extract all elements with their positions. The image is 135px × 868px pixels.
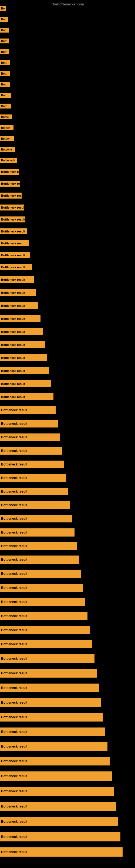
bar-label: Bottleneck result [0,447,62,455]
bar-row: Bottleneck result [0,556,79,564]
bar-row: Bottleneck result [0,501,70,509]
bar-row: Bottleneck result [0,528,75,536]
bar-row: Bottleneck result [0,205,24,211]
bar-label: Bottleneck result [0,713,103,721]
bar-row: Bottleneck result [0,598,85,606]
bar-row: Bott [0,50,9,54]
bar-label: Bottleneck result [0,420,58,428]
bar-row: Bottleneck result [0,367,49,374]
bar-row: Bottleneck result [0,328,43,335]
bar-label: Bottlene [0,147,15,152]
bar-row: Bottleneck result [0,406,56,414]
bar-label: Bottleneck result [0,542,77,550]
bar-label: Bottleneck result [0,684,99,692]
bar-row: Bott [0,60,10,65]
bar-label: Bottleneck result [0,433,60,441]
bar-label: Bottleneck result [0,328,43,335]
bar-row: Bottleneck result [0,276,34,283]
bar-row: Bottleneck result [0,193,21,198]
bar-row: Bott [0,28,9,33]
bar-label: Bott [0,60,10,65]
bar-row: Bottleneck result [0,542,77,550]
bar-row: Bottleneck result [0,228,27,235]
bar-row: Bottleneck result [0,216,26,222]
bar-label: Bottleneck result [0,474,66,482]
bar-label: Bottleneck result [0,515,72,522]
bar-label: Bottleneck result [0,264,32,270]
bar-row: Bottlene [0,147,15,152]
bar-label: Bottleneck result [0,832,121,841]
bar-row: Bo [0,6,6,11]
bar-row: Bottleneck result [0,771,112,781]
bar-row: Bott [0,104,11,108]
bar-label: Bottleneck result [0,341,45,348]
bar-label: Bottle [0,115,12,119]
bar-label: Bottleneck resul [0,169,19,175]
bar-row: Bottleneck result [0,802,116,811]
bar-row: Bottleneck resu [0,240,29,246]
bar-label: Bottleneck result [0,302,38,309]
bar-label: Bottleneck result [0,289,36,296]
bar-row: Bottle [0,115,12,119]
bar-label: Bottleneck result [0,216,26,222]
bar-row: Bottleneck result [0,302,38,309]
bar-row: Bottleneck result [0,393,53,400]
bar-row: Bottleneck result [0,315,41,322]
bar-row: Bottleneck result [0,584,83,592]
bar-row: Bottleneck re [0,181,20,187]
bar-label: Bottleneck result [0,654,94,663]
bar-label: Bottleneck result [0,393,53,400]
bar-label: Bottleneck result [0,354,47,361]
bar-label: Bottleneck result [0,501,70,509]
bar-row: Bottleneck result [0,786,114,796]
bar-row: Bott [0,38,9,43]
bar-label: Bott [0,82,10,87]
bar-label: Bottleneck result [0,488,68,495]
bar-label: Bottleneck re [0,181,20,187]
bar-label: Bottleneck result [0,528,75,536]
bar-label: Bottleneck result [0,742,107,751]
bar-row: Bott [0,17,8,22]
bar-label: Bottleneck result [0,802,116,811]
bar-label: Bottleneck result [0,817,118,826]
bar-label: Bottleneck result [0,698,101,707]
bar-row: Bottleneck result [0,289,36,296]
bar-row: Bottleneck result [0,817,118,826]
bar-row: Bottleneck result [0,461,64,468]
bar-label: Bottleneck result [0,757,109,766]
bar-row: Bottleneck result [0,757,109,766]
bar-row: Bottleneck result [0,654,94,663]
bar-row: Bottleneck result [0,447,62,455]
bar-label: Bottleneck result [0,612,87,620]
bar-label: Bott [0,71,10,76]
bar-label: Bottlen [0,136,14,141]
bar-row: Bottleneck result [0,847,123,857]
bar-label: Bottleneck result [0,727,105,736]
bar-label: Bottleneck r [0,158,17,163]
bar-row: Bottleneck result [0,420,58,428]
bar-label: Bottleneck result [0,461,64,468]
bar-label: Bo [0,6,6,11]
bar-row: Bottleneck result [0,612,87,620]
bar-row: Bott [0,93,11,98]
bar-row: Bottleneck result [0,832,121,841]
bar-label: Bottleneck result [0,847,123,857]
bar-row: Bottleneck resul [0,169,19,175]
bar-row: Bottleneck result [0,252,30,258]
bar-label: Bottleneck result [0,380,51,388]
bar-label: Bott [0,28,9,33]
bar-label: Bottleneck result [0,228,27,235]
bar-row: Bottleneck result [0,640,92,648]
bar-row: Bottleneck result [0,713,103,721]
bar-row: Bott [0,71,10,76]
bar-row: Bottleneck result [0,727,105,736]
bar-row: Bottlen [0,125,13,130]
bar-row: Bottleneck result [0,264,32,270]
bar-label: Bottleneck result [0,598,85,606]
bar-label: Bottleneck result [0,640,92,648]
bar-row: Bottleneck result [0,626,90,634]
bar-row: Bottleneck result [0,354,47,361]
bar-row: Bottleneck result [0,742,107,751]
bar-row: Bottleneck r [0,158,17,163]
bar-label: Bottleneck result [0,193,21,198]
